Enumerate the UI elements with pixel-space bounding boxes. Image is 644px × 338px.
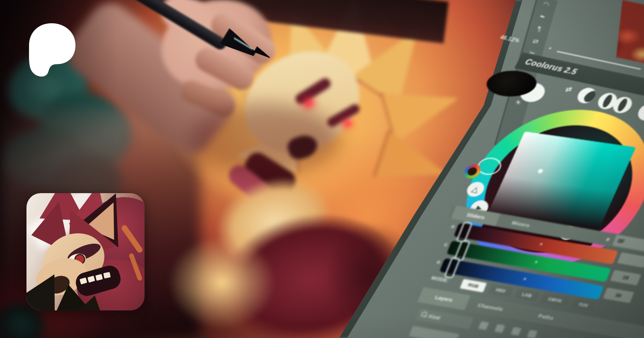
red-slider-thumb — [456, 221, 473, 243]
creator-avatar[interactable] — [26, 193, 145, 310]
banner-photo: ◠ ✒ ¶ ⇄ ✂ ✔ ● A ☀ 46.12% ▲ ▲ Coolorus 2.… — [0, 0, 644, 338]
mode-lab: LAB — [514, 288, 540, 302]
green-slider-tick — [535, 261, 537, 263]
blue-slider-tick — [524, 278, 526, 280]
swap-colors-icon: ⇄ — [565, 85, 573, 93]
mode-hsv: HSV — [488, 284, 514, 297]
navigator-zoom-value: 46.12% — [499, 34, 521, 44]
filter-icon-2 — [494, 324, 505, 333]
kind-filter-field: Kind — [415, 308, 474, 329]
blend-mode-field — [409, 326, 459, 338]
channel-label-r: R — [451, 225, 455, 229]
mode-yuv: YUV — [570, 298, 596, 312]
contrast-circle-icon — [575, 86, 599, 105]
channel-label-g: G — [444, 242, 448, 247]
channel-label-b: B — [436, 260, 441, 264]
mode-cmyk: CMYK — [540, 293, 570, 307]
hand-shadow — [190, 104, 340, 175]
blue-value-box: 30 — [603, 288, 634, 303]
mode-rgb: RGB — [460, 279, 487, 293]
artist-hand — [54, 0, 340, 186]
magnifier-icon — [420, 311, 428, 317]
zoom-out-mountain-icon: ▲ — [548, 46, 553, 50]
filter-icon-4 — [527, 330, 537, 338]
filter-icon-1 — [478, 321, 489, 330]
blue-slider-thumb — [444, 257, 460, 278]
red-slider-tick — [540, 243, 542, 245]
patreon-logo[interactable] — [29, 23, 76, 77]
red-value-box — [617, 252, 644, 268]
filter-icon-3 — [511, 327, 521, 336]
green-value-box: 18 — [610, 270, 641, 285]
avatar-vignette — [26, 193, 145, 310]
